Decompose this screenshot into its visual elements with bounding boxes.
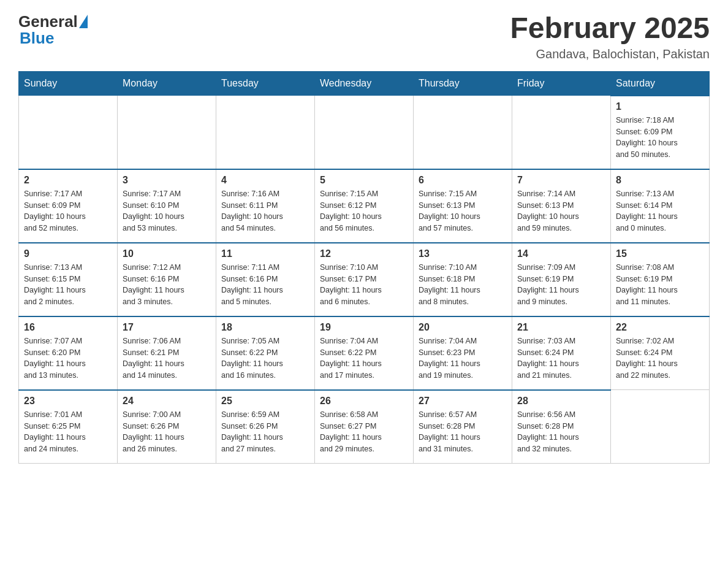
calendar-cell: 1Sunrise: 7:18 AMSunset: 6:09 PMDaylight… — [611, 96, 710, 169]
day-number: 23 — [24, 396, 112, 407]
day-info: Sunrise: 6:59 AMSunset: 6:26 PMDaylight:… — [221, 409, 309, 455]
day-info: Sunrise: 6:56 AMSunset: 6:28 PMDaylight:… — [517, 409, 605, 455]
day-info: Sunrise: 7:17 AMSunset: 6:09 PMDaylight:… — [24, 188, 112, 234]
calendar-week-row: 16Sunrise: 7:07 AMSunset: 6:20 PMDayligh… — [19, 316, 710, 390]
calendar-week-row: 23Sunrise: 7:01 AMSunset: 6:25 PMDayligh… — [19, 390, 710, 464]
day-number: 22 — [616, 322, 704, 333]
calendar-cell: 13Sunrise: 7:10 AMSunset: 6:18 PMDayligh… — [414, 243, 512, 316]
day-number: 8 — [616, 175, 704, 186]
calendar-cell — [414, 96, 512, 169]
day-number: 27 — [419, 396, 507, 407]
calendar-cell: 4Sunrise: 7:16 AMSunset: 6:11 PMDaylight… — [216, 169, 315, 243]
calendar-cell: 26Sunrise: 6:58 AMSunset: 6:27 PMDayligh… — [315, 390, 414, 464]
day-header-sunday: Sunday — [19, 71, 118, 96]
calendar-cell: 18Sunrise: 7:05 AMSunset: 6:22 PMDayligh… — [216, 316, 315, 390]
calendar-table: SundayMondayTuesdayWednesdayThursdayFrid… — [18, 71, 710, 464]
day-info: Sunrise: 7:13 AMSunset: 6:15 PMDaylight:… — [24, 262, 112, 308]
day-info: Sunrise: 7:05 AMSunset: 6:22 PMDaylight:… — [221, 335, 309, 381]
calendar-cell: 15Sunrise: 7:08 AMSunset: 6:19 PMDayligh… — [611, 243, 710, 316]
day-info: Sunrise: 7:04 AMSunset: 6:23 PMDaylight:… — [419, 335, 507, 381]
day-info: Sunrise: 7:14 AMSunset: 6:13 PMDaylight:… — [517, 188, 605, 234]
title-section: February 2025 Gandava, Balochistan, Paki… — [510, 12, 710, 61]
day-info: Sunrise: 7:03 AMSunset: 6:24 PMDaylight:… — [517, 335, 605, 381]
calendar-header-row: SundayMondayTuesdayWednesdayThursdayFrid… — [19, 71, 710, 96]
day-info: Sunrise: 7:10 AMSunset: 6:18 PMDaylight:… — [419, 262, 507, 308]
calendar-cell: 23Sunrise: 7:01 AMSunset: 6:25 PMDayligh… — [19, 390, 118, 464]
day-number: 6 — [419, 175, 507, 186]
day-info: Sunrise: 6:58 AMSunset: 6:27 PMDaylight:… — [320, 409, 408, 455]
calendar-cell: 28Sunrise: 6:56 AMSunset: 6:28 PMDayligh… — [512, 390, 611, 464]
day-header-thursday: Thursday — [414, 71, 512, 96]
calendar-cell: 16Sunrise: 7:07 AMSunset: 6:20 PMDayligh… — [19, 316, 118, 390]
day-info: Sunrise: 7:07 AMSunset: 6:20 PMDaylight:… — [24, 335, 112, 381]
calendar-cell: 21Sunrise: 7:03 AMSunset: 6:24 PMDayligh… — [512, 316, 611, 390]
day-number: 16 — [24, 322, 112, 333]
day-number: 1 — [616, 101, 704, 112]
day-number: 14 — [517, 248, 605, 259]
day-info: Sunrise: 7:15 AMSunset: 6:12 PMDaylight:… — [320, 188, 408, 234]
calendar-cell: 2Sunrise: 7:17 AMSunset: 6:09 PMDaylight… — [19, 169, 118, 243]
calendar-cell: 6Sunrise: 7:15 AMSunset: 6:13 PMDaylight… — [414, 169, 512, 243]
day-info: Sunrise: 7:00 AMSunset: 6:26 PMDaylight:… — [123, 409, 211, 455]
page-header: General Blue February 2025 Gandava, Balo… — [18, 12, 710, 61]
day-info: Sunrise: 7:04 AMSunset: 6:22 PMDaylight:… — [320, 335, 408, 381]
day-header-saturday: Saturday — [611, 71, 710, 96]
calendar-cell: 9Sunrise: 7:13 AMSunset: 6:15 PMDaylight… — [19, 243, 118, 316]
day-number: 2 — [24, 175, 112, 186]
day-number: 11 — [221, 248, 309, 259]
calendar-cell — [19, 96, 118, 169]
day-info: Sunrise: 7:15 AMSunset: 6:13 PMDaylight:… — [419, 188, 507, 234]
day-number: 26 — [320, 396, 408, 407]
day-number: 18 — [221, 322, 309, 333]
calendar-cell: 27Sunrise: 6:57 AMSunset: 6:28 PMDayligh… — [414, 390, 512, 464]
calendar-week-row: 9Sunrise: 7:13 AMSunset: 6:15 PMDaylight… — [19, 243, 710, 316]
calendar-cell: 19Sunrise: 7:04 AMSunset: 6:22 PMDayligh… — [315, 316, 414, 390]
day-number: 3 — [123, 175, 211, 186]
calendar-cell: 12Sunrise: 7:10 AMSunset: 6:17 PMDayligh… — [315, 243, 414, 316]
day-info: Sunrise: 7:06 AMSunset: 6:21 PMDaylight:… — [123, 335, 211, 381]
logo-triangle-icon — [79, 15, 88, 28]
calendar-cell: 14Sunrise: 7:09 AMSunset: 6:19 PMDayligh… — [512, 243, 611, 316]
day-number: 10 — [123, 248, 211, 259]
day-number: 28 — [517, 396, 605, 407]
logo: General Blue — [18, 12, 88, 48]
day-number: 21 — [517, 322, 605, 333]
calendar-subtitle: Gandava, Balochistan, Pakistan — [510, 47, 710, 61]
day-info: Sunrise: 7:13 AMSunset: 6:14 PMDaylight:… — [616, 188, 704, 234]
day-info: Sunrise: 7:01 AMSunset: 6:25 PMDaylight:… — [24, 409, 112, 455]
day-info: Sunrise: 7:02 AMSunset: 6:24 PMDaylight:… — [616, 335, 704, 381]
day-header-tuesday: Tuesday — [216, 71, 315, 96]
calendar-week-row: 1Sunrise: 7:18 AMSunset: 6:09 PMDaylight… — [19, 96, 710, 169]
logo-blue-text: Blue — [20, 29, 88, 48]
logo-general-text: General — [18, 12, 78, 31]
calendar-cell: 8Sunrise: 7:13 AMSunset: 6:14 PMDaylight… — [611, 169, 710, 243]
day-number: 19 — [320, 322, 408, 333]
day-info: Sunrise: 7:09 AMSunset: 6:19 PMDaylight:… — [517, 262, 605, 308]
day-number: 4 — [221, 175, 309, 186]
calendar-cell: 5Sunrise: 7:15 AMSunset: 6:12 PMDaylight… — [315, 169, 414, 243]
day-info: Sunrise: 6:57 AMSunset: 6:28 PMDaylight:… — [419, 409, 507, 455]
day-info: Sunrise: 7:12 AMSunset: 6:16 PMDaylight:… — [123, 262, 211, 308]
calendar-cell: 17Sunrise: 7:06 AMSunset: 6:21 PMDayligh… — [118, 316, 216, 390]
calendar-cell: 7Sunrise: 7:14 AMSunset: 6:13 PMDaylight… — [512, 169, 611, 243]
day-info: Sunrise: 7:11 AMSunset: 6:16 PMDaylight:… — [221, 262, 309, 308]
day-number: 5 — [320, 175, 408, 186]
day-number: 13 — [419, 248, 507, 259]
calendar-cell — [512, 96, 611, 169]
day-info: Sunrise: 7:08 AMSunset: 6:19 PMDaylight:… — [616, 262, 704, 308]
day-header-friday: Friday — [512, 71, 611, 96]
day-header-wednesday: Wednesday — [315, 71, 414, 96]
day-header-monday: Monday — [118, 71, 216, 96]
calendar-title: February 2025 — [510, 12, 710, 45]
calendar-cell — [216, 96, 315, 169]
day-info: Sunrise: 7:17 AMSunset: 6:10 PMDaylight:… — [123, 188, 211, 234]
calendar-cell: 20Sunrise: 7:04 AMSunset: 6:23 PMDayligh… — [414, 316, 512, 390]
calendar-cell: 24Sunrise: 7:00 AMSunset: 6:26 PMDayligh… — [118, 390, 216, 464]
calendar-cell: 3Sunrise: 7:17 AMSunset: 6:10 PMDaylight… — [118, 169, 216, 243]
day-info: Sunrise: 7:10 AMSunset: 6:17 PMDaylight:… — [320, 262, 408, 308]
calendar-cell: 25Sunrise: 6:59 AMSunset: 6:26 PMDayligh… — [216, 390, 315, 464]
calendar-cell — [118, 96, 216, 169]
calendar-week-row: 2Sunrise: 7:17 AMSunset: 6:09 PMDaylight… — [19, 169, 710, 243]
day-number: 7 — [517, 175, 605, 186]
day-number: 24 — [123, 396, 211, 407]
